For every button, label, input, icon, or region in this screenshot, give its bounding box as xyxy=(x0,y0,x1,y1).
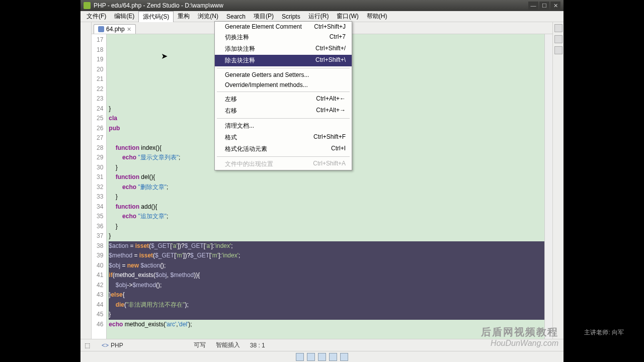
status-insert: 智能插入 xyxy=(216,341,240,349)
vertical-scrollbar[interactable] xyxy=(544,34,552,339)
context-menu-item[interactable]: 除去块注释Ctrl+Shift+\ xyxy=(215,55,352,66)
menu-item[interactable]: 项目(P) xyxy=(250,11,278,22)
menu-item[interactable]: 编辑(E) xyxy=(110,11,138,22)
menu-item[interactable]: 帮助(H) xyxy=(363,11,391,22)
context-menu-item[interactable]: 格式Ctrl+Shift+F xyxy=(215,132,352,143)
context-menu-item[interactable]: 添加块注释Ctrl+Shift+/ xyxy=(215,43,352,55)
menu-item[interactable]: 重构 xyxy=(174,11,194,22)
tb-icon-1[interactable] xyxy=(296,353,304,361)
watermark: 后盾网视频教程 HouDunWang.com 主讲老师: 向军 xyxy=(481,325,558,348)
bottom-toolbar xyxy=(80,351,564,362)
status-pos: 38 : 1 xyxy=(250,342,265,349)
context-menu-item[interactable]: Override/Implement methods... xyxy=(215,80,352,90)
context-menu-item[interactable]: 清理文档... xyxy=(215,120,352,132)
context-menu-item[interactable]: Generate Element CommentCtrl+Shift+J xyxy=(215,22,352,32)
menu-item[interactable]: 浏览(N) xyxy=(194,11,222,22)
tb-icon-4[interactable] xyxy=(329,353,337,361)
context-menu-item[interactable]: 格式化活动元素Ctrl+I xyxy=(215,143,352,155)
tab-close-icon[interactable]: ✕ xyxy=(127,26,131,33)
perspective-icon: ⬚ xyxy=(85,342,92,349)
context-menu-item[interactable]: 切换注释Ctrl+7 xyxy=(215,32,352,43)
menu-item[interactable]: 窗口(W) xyxy=(333,11,362,22)
source-context-menu: Generate Element CommentCtrl+Shift+J切换注释… xyxy=(214,21,352,170)
window-title: PHP - edu/64.php - Zend Studio - D:\wamp… xyxy=(94,2,528,9)
context-menu-item: 文件中的出现位置Ctrl+Shift+A xyxy=(215,158,352,170)
tab-label: 64.php xyxy=(106,26,125,33)
minimize-button[interactable]: — xyxy=(528,2,538,10)
menu-item[interactable]: 源代码(S) xyxy=(138,11,174,22)
php-file-icon xyxy=(98,26,104,32)
menu-item[interactable]: Search xyxy=(222,12,250,21)
menu-item[interactable]: 运行(R) xyxy=(304,11,333,22)
tb-icon-2[interactable] xyxy=(307,353,315,361)
right-gutter xyxy=(552,22,564,339)
tb-icon-3[interactable] xyxy=(318,353,326,361)
line-numbers: 1718192021222324252627282930313233343536… xyxy=(92,34,107,339)
tool-icon[interactable] xyxy=(554,46,562,54)
close-button[interactable]: ✕ xyxy=(550,2,560,10)
app-icon xyxy=(84,2,91,9)
editor-tab[interactable]: 64.php ✕ xyxy=(94,24,136,34)
menu-item[interactable]: Scripts xyxy=(278,12,304,21)
view-icon[interactable] xyxy=(554,35,562,43)
menu-item[interactable]: 文件(F) xyxy=(83,11,110,22)
outline-icon[interactable] xyxy=(554,24,562,32)
titlebar: PHP - edu/64.php - Zend Studio - D:\wamp… xyxy=(80,0,564,11)
tb-icon-5[interactable] xyxy=(340,353,348,361)
status-lang: <> PHP xyxy=(102,342,123,349)
status-write: 可写 xyxy=(194,341,206,349)
context-menu-item[interactable]: 左移Ctrl+Alt+← xyxy=(215,94,352,105)
maximize-button[interactable]: ☐ xyxy=(539,2,549,10)
left-gutter xyxy=(80,22,92,339)
context-menu-item[interactable]: Generate Getters and Setters... xyxy=(215,70,352,80)
context-menu-item[interactable]: 右移Ctrl+Alt+→ xyxy=(215,105,352,117)
menubar: 文件(F)编辑(E)源代码(S)重构浏览(N)Search项目(P)Script… xyxy=(80,11,564,22)
